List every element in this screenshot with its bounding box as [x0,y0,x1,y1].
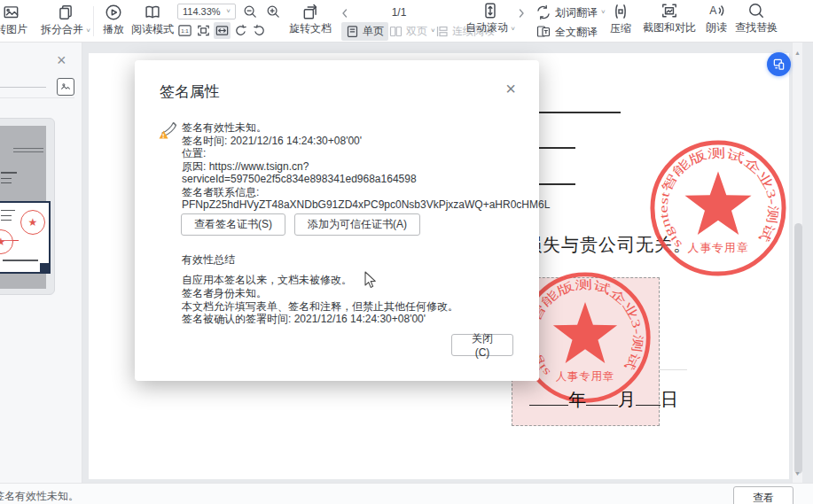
fit-width-button[interactable] [214,22,231,39]
zoom-out-button[interactable] [242,4,259,20]
dialog-button-row: 查看签名证书(S) 添加为可信任证书(A) [181,213,420,236]
rotate-document-button[interactable]: 旋转文档 [289,3,332,34]
toolbar: 转图片 拆分合并 ˅ 播放 阅读模式 114.33% ˅ 1:1 旋转文档 [0,0,813,43]
full-translate-icon [535,24,551,40]
year-label: 年 [568,390,586,409]
fit-page-icon [196,23,211,38]
play-label: 播放 [103,24,124,35]
word-translate-label: 划词翻译 [555,5,598,20]
single-page-button[interactable]: 单页 [341,22,388,41]
single-page-label: 单页 [363,24,384,39]
read-mode-button[interactable]: 阅读模式 [129,4,176,35]
page-thumbnail[interactable]: ★ ★ [0,118,55,295]
scroll-down-icon[interactable]: ▼ [794,470,801,477]
sign-time: 签名时间: 2021/12/16 14:24:30+08'00' [182,135,528,148]
compress-button[interactable]: 压缩 [606,3,636,34]
mobile-view-button[interactable] [767,52,791,76]
status-bar: 签名有效性未知。 查看 [0,483,813,504]
chevron-right-icon [516,8,527,19]
compress-icon [612,3,629,20]
company-seal-stamp: signtest智能版测试企业3-测试 人事专用章 [648,138,788,278]
contact-label: 签名者联系信息: [182,186,528,199]
rotate-document-label: 旋转文档 [289,23,332,34]
view-certificate-button[interactable]: 查看签名证书(S) [181,213,285,236]
rotate-right-icon [252,23,267,38]
auto-scroll-button[interactable]: 自动滚动 ˅ [465,2,516,35]
rotate-right-button[interactable] [251,22,268,39]
sidebar-divider [0,97,74,98]
signature-details: 签名有效性未知。 签名时间: 2021/12/16 14:24:30+08'00… [182,121,528,212]
split-merge-button[interactable]: 拆分合并 ˅ [37,4,94,36]
chevron-down-icon: ˅ [226,8,231,14]
dialog-title: 签名属性 [160,81,220,102]
add-trusted-cert-button[interactable]: 添加为可信任证书(A) [294,213,420,236]
vertical-scrollbar[interactable]: ▲ ▼ [792,43,802,483]
read-mode-label: 阅读模式 [131,24,174,35]
summary-line: 签名被确认的签署时间: 2021/12/16 14:24:30+08'00' [182,313,458,326]
month-label: 月 [618,390,636,409]
fit-page-button[interactable] [195,22,212,39]
summary-line: 本文档允许填写表单、签名和注释，但禁止其他任何修改。 [182,300,458,314]
word-translate-button[interactable]: 划词翻译 ˅ [535,4,606,20]
play-icon [105,4,122,21]
sidebar-close-button[interactable]: × [57,53,66,67]
insert-image-button[interactable] [57,78,74,96]
rotate-left-button[interactable] [232,22,249,39]
screenshot-compare-label: 截图和对比 [643,22,696,33]
play-button[interactable]: 播放 [96,4,131,35]
zoom-in-icon [266,4,281,19]
actual-size-button[interactable]: 1:1 [176,22,193,39]
read-aloud-button[interactable]: A 朗读 [702,2,731,33]
scrollbar-thumb[interactable] [794,223,802,474]
read-aloud-icon: A [707,2,725,19]
form-underline [536,112,621,113]
continuous-read-icon [435,25,449,38]
sidebar-input-underline[interactable] [0,87,46,88]
stamp-center-text: 人事专用章 [556,370,614,383]
read-aloud-label: 朗读 [706,22,727,33]
day-label: 日 [661,390,678,409]
auto-scroll-icon [481,2,499,19]
thumbnail-stamp-icon: ★ [0,229,13,254]
thumbnail-page-bottom [0,274,46,289]
full-translate-button[interactable]: 全文翻译 [535,24,598,40]
image-convert-icon [3,4,20,21]
fit-width-icon [215,23,230,38]
convert-to-image-button[interactable]: 转图片 [0,4,39,35]
summary-line: 自应用本签名以来，文档未被修改。 [182,274,458,287]
viewport-resize-handle[interactable] [40,263,49,272]
prev-page-button[interactable] [336,4,353,21]
validity-summary-title: 有效性总结 [182,252,235,268]
thumbnail-stamp-icon: ★ [20,210,45,235]
page-indicator[interactable]: 1/1 [355,6,443,19]
date-fill-line: 年月日 [529,388,778,412]
scroll-up-icon[interactable]: ▲ [794,50,801,56]
signature-warning-icon: ! [158,119,179,140]
svg-text:A: A [709,4,717,17]
double-page-label: 双页 [406,24,427,39]
word-translate-icon [535,4,551,20]
find-replace-button[interactable]: 查找替换 [731,2,781,33]
zoom-level-dropdown[interactable]: 114.33% ˅ [177,4,236,19]
toolbar-divider [93,6,94,36]
screenshot-compare-button[interactable]: 截图和对比 [644,2,695,33]
location: 位置: [182,147,528,160]
compress-label: 压缩 [610,23,631,34]
zoom-out-icon [243,4,258,19]
dialog-close-button[interactable]: 关闭(C) [451,334,513,356]
wps-pdf-window: { "toolbar": { "convert_label": "转图片", "… [0,0,813,504]
status-view-button[interactable]: 查看 [733,486,793,504]
rotate-left-icon [233,23,248,38]
dialog-close-icon[interactable]: × [505,80,516,97]
single-page-icon [346,25,359,38]
search-icon [747,2,765,19]
svg-text:1:1: 1:1 [181,27,189,34]
svg-text:!: ! [162,132,165,140]
zoom-in-button[interactable] [265,4,282,20]
chevron-down-icon: ˅ [601,9,606,15]
double-page-icon [389,25,403,38]
validity-status: 签名有效性未知。 [182,121,528,135]
convert-to-image-label: 转图片 [0,24,27,35]
thumbnail-viewport-box[interactable]: ★ ★ [0,201,51,274]
zoom-level-value: 114.33% [183,6,221,17]
